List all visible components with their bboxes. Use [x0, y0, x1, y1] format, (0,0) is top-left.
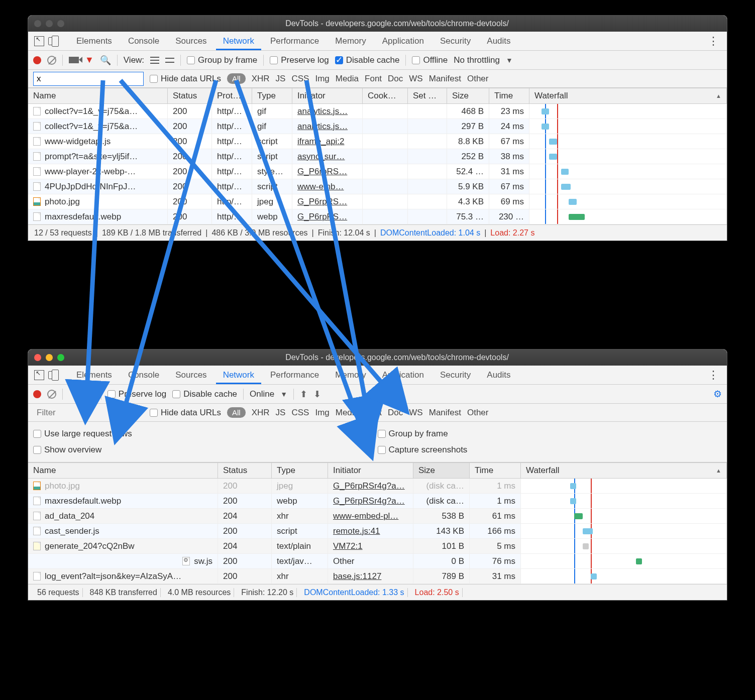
filter-css[interactable]: CSS — [291, 74, 309, 84]
large-rows-checkbox[interactable]: Use large request rows — [33, 429, 132, 439]
filter-manifest[interactable]: Manifest — [429, 408, 461, 418]
col-size[interactable]: Size — [447, 88, 489, 103]
col-initiator[interactable]: Initiator — [292, 88, 363, 103]
group-by-frame-checkbox[interactable]: Group by frame — [378, 429, 448, 439]
throttling-chevron-icon[interactable]: ▼ — [506, 56, 513, 64]
filter-manifest[interactable]: Manifest — [429, 74, 461, 84]
tab-application[interactable]: Application — [375, 32, 431, 50]
table-row[interactable]: sw.js200text/jav…Other0 B76 ms — [28, 554, 727, 569]
tab-console[interactable]: Console — [121, 366, 166, 384]
table-row[interactable]: 4PUpJpDdHqrNInFpJ…200http/…scriptwww-emb… — [28, 179, 727, 194]
table-row[interactable]: www-player-2x-webp-…200http/…style…G_P6r… — [28, 164, 727, 179]
inspect-element-icon[interactable] — [33, 36, 45, 46]
group-by-frame-checkbox[interactable]: Group by frame — [187, 55, 257, 65]
overview-icon[interactable] — [165, 57, 174, 64]
filter-ws[interactable]: WS — [409, 74, 422, 84]
traffic-lights[interactable] — [34, 354, 64, 361]
col-cookies[interactable]: Cook… — [363, 88, 408, 103]
window-maximize-icon[interactable] — [57, 20, 64, 27]
device-toggle-icon[interactable] — [47, 371, 59, 379]
tab-network[interactable]: Network — [216, 366, 261, 384]
clear-icon[interactable] — [47, 390, 56, 399]
more-menu-icon[interactable]: ⋮ — [705, 369, 722, 382]
screenshot-icon[interactable] — [69, 57, 79, 63]
tab-performance[interactable]: Performance — [263, 32, 326, 50]
tab-audits[interactable]: Audits — [480, 32, 517, 50]
filter-img[interactable]: Img — [315, 74, 329, 84]
preserve-log-checkbox[interactable]: Preserve log — [270, 55, 329, 65]
filter-input[interactable] — [33, 72, 144, 86]
record-button-icon[interactable] — [33, 390, 41, 398]
tab-security[interactable]: Security — [433, 366, 478, 384]
online-chevron-icon[interactable]: ▼ — [280, 390, 287, 398]
online-select[interactable]: Online — [250, 389, 274, 399]
clear-icon[interactable] — [47, 56, 56, 65]
filter-js[interactable]: JS — [276, 74, 286, 84]
filter-icon[interactable]: ▼ — [85, 55, 94, 65]
table-row[interactable]: maxresdefault.webp200http/…webpG_P6rpRS…… — [28, 209, 727, 224]
col-name[interactable]: Name — [28, 88, 168, 103]
window-close-icon[interactable] — [34, 20, 41, 27]
col-setcookies[interactable]: Set … — [408, 88, 447, 103]
window-close-icon[interactable] — [34, 354, 41, 361]
filter-doc[interactable]: Doc — [388, 408, 403, 418]
col-type[interactable]: Type — [252, 88, 292, 103]
table-row[interactable]: prompt?t=a&site=ylj5if…200http/…scriptas… — [28, 149, 727, 164]
tab-performance[interactable]: Performance — [263, 366, 326, 384]
filter-media[interactable]: Media — [336, 74, 359, 84]
disable-cache-checkbox[interactable]: ✓Disable cache — [335, 55, 400, 65]
table-row[interactable]: maxresdefault.webp200webpG_P6rpRSr4g?a…(… — [28, 494, 727, 509]
col-size[interactable]: Size — [413, 463, 470, 478]
tab-sources[interactable]: Sources — [168, 32, 213, 50]
filter-input[interactable] — [33, 406, 144, 420]
col-initiator[interactable]: Initiator — [328, 463, 413, 478]
col-protocol[interactable]: Prot… — [212, 88, 252, 103]
col-waterfall[interactable]: Waterfall▲ — [529, 88, 727, 103]
window-minimize-icon[interactable] — [46, 20, 53, 27]
table-row[interactable]: cast_sender.js200scriptremote.js:41143 K… — [28, 524, 727, 539]
traffic-lights[interactable] — [34, 20, 64, 27]
tab-network[interactable]: Network — [216, 32, 261, 50]
device-toggle-icon[interactable] — [47, 37, 59, 45]
table-row[interactable]: log_event?alt=json&key=AIzaSyA…200xhrbas… — [28, 569, 727, 584]
tab-sources[interactable]: Sources — [168, 366, 213, 384]
col-waterfall[interactable]: Waterfall▲ — [521, 463, 727, 478]
table-row[interactable]: collect?v=1&_v=j75&a…200http/…gifanalyti… — [28, 104, 727, 119]
filter-all[interactable]: All — [227, 407, 246, 418]
filter-img[interactable]: Img — [315, 408, 329, 418]
table-row[interactable]: ad_data_204204xhrwww-embed-pl…538 B61 ms — [28, 509, 727, 524]
tab-application[interactable]: Application — [375, 366, 431, 384]
throttling-select[interactable]: No throttling — [454, 55, 500, 65]
table-row[interactable]: generate_204?cQ2nBw204text/plainVM72:110… — [28, 539, 727, 554]
hide-data-urls-checkbox[interactable]: Hide data URLs — [150, 408, 221, 418]
download-har-icon[interactable]: ⬇ — [313, 389, 321, 400]
filter-doc[interactable]: Doc — [388, 74, 403, 84]
filter-js[interactable]: JS — [276, 408, 286, 418]
preserve-log-checkbox[interactable]: Preserve log — [107, 389, 166, 399]
filter-media[interactable]: Media — [336, 408, 359, 418]
search-icon[interactable]: 🔍 — [100, 55, 111, 66]
col-time[interactable]: Time — [489, 88, 529, 103]
tab-memory[interactable]: Memory — [328, 366, 373, 384]
upload-har-icon[interactable]: ⬆ — [300, 389, 307, 400]
col-name[interactable]: Name — [28, 463, 218, 478]
filter-font[interactable]: Font — [365, 408, 382, 418]
disable-cache-checkbox[interactable]: Disable cache — [172, 389, 237, 399]
filter-other[interactable]: Other — [467, 74, 489, 84]
filter-ws[interactable]: WS — [409, 408, 422, 418]
filter-css[interactable]: CSS — [291, 408, 309, 418]
capture-screenshots-checkbox[interactable]: Capture screenshots — [378, 445, 468, 455]
tab-audits[interactable]: Audits — [480, 366, 517, 384]
table-row[interactable]: photo.jpg200http/…jpegG_P6rpRS…4.3 KB69 … — [28, 194, 727, 209]
col-status[interactable]: Status — [218, 463, 272, 478]
window-maximize-icon[interactable] — [57, 354, 64, 361]
filter-other[interactable]: Other — [467, 408, 489, 418]
col-type[interactable]: Type — [272, 463, 328, 478]
hide-data-urls-checkbox[interactable]: Hide data URLs — [150, 74, 221, 84]
table-row[interactable]: collect?v=1&_v=j75&a…200http/…gifanalyti… — [28, 119, 727, 134]
filter-icon[interactable]: ▼ — [69, 389, 78, 399]
tab-security[interactable]: Security — [433, 32, 478, 50]
window-minimize-icon[interactable] — [46, 354, 53, 361]
offline-checkbox[interactable]: Offline — [412, 55, 448, 65]
tab-elements[interactable]: Elements — [69, 32, 119, 50]
